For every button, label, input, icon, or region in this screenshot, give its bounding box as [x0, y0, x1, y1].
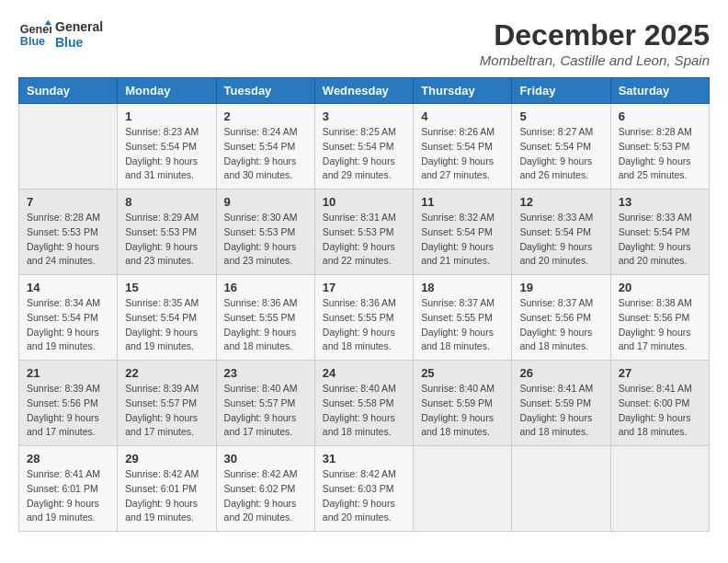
calendar-cell: 14Sunrise: 8:34 AMSunset: 5:54 PMDayligh… — [19, 275, 118, 361]
day-number: 16 — [224, 281, 307, 294]
title-block: December 2025 Mombeltran, Castille and L… — [480, 18, 710, 68]
calendar-cell: 8Sunrise: 8:29 AMSunset: 5:53 PMDaylight… — [118, 190, 216, 275]
day-number: 18 — [421, 281, 504, 294]
day-info: Sunrise: 8:23 AMSunset: 5:54 PMDaylight:… — [125, 125, 208, 183]
logo-icon: General Blue — [18, 18, 51, 52]
calendar-week-2: 7Sunrise: 8:28 AMSunset: 5:53 PMDaylight… — [19, 190, 710, 275]
calendar-cell: 3Sunrise: 8:25 AMSunset: 5:54 PMDaylight… — [314, 104, 413, 190]
day-number: 3 — [323, 109, 405, 123]
calendar-cell: 18Sunrise: 8:37 AMSunset: 5:55 PMDayligh… — [414, 275, 512, 361]
day-number: 27 — [619, 366, 701, 380]
day-info: Sunrise: 8:30 AMSunset: 5:53 PMDaylight:… — [224, 211, 307, 269]
day-number: 20 — [619, 281, 701, 294]
day-number: 17 — [323, 281, 405, 294]
calendar-week-1: 1Sunrise: 8:23 AMSunset: 5:54 PMDaylight… — [19, 104, 710, 190]
calendar-cell: 25Sunrise: 8:40 AMSunset: 5:59 PMDayligh… — [414, 361, 512, 446]
weekday-header-sunday: Sunday — [19, 78, 118, 104]
day-info: Sunrise: 8:42 AMSunset: 6:02 PMDaylight:… — [224, 467, 307, 525]
day-info: Sunrise: 8:32 AMSunset: 5:54 PMDaylight:… — [421, 211, 504, 269]
calendar-cell: 26Sunrise: 8:41 AMSunset: 5:59 PMDayligh… — [512, 361, 610, 446]
day-info: Sunrise: 8:31 AMSunset: 5:53 PMDaylight:… — [323, 211, 405, 269]
weekday-header-tuesday: Tuesday — [216, 78, 314, 104]
day-info: Sunrise: 8:41 AMSunset: 6:01 PMDaylight:… — [27, 467, 109, 525]
day-info: Sunrise: 8:42 AMSunset: 6:03 PMDaylight:… — [323, 467, 405, 525]
calendar-cell: 16Sunrise: 8:36 AMSunset: 5:55 PMDayligh… — [216, 275, 314, 361]
day-info: Sunrise: 8:40 AMSunset: 5:57 PMDaylight:… — [224, 382, 307, 440]
day-number: 24 — [323, 366, 405, 380]
calendar-cell: 5Sunrise: 8:27 AMSunset: 5:54 PMDaylight… — [512, 104, 610, 190]
day-info: Sunrise: 8:26 AMSunset: 5:54 PMDaylight:… — [421, 125, 504, 183]
day-info: Sunrise: 8:29 AMSunset: 5:53 PMDaylight:… — [125, 211, 208, 269]
day-info: Sunrise: 8:36 AMSunset: 5:55 PMDaylight:… — [323, 296, 405, 354]
day-number: 4 — [421, 109, 504, 123]
calendar-cell — [414, 446, 512, 532]
day-info: Sunrise: 8:36 AMSunset: 5:55 PMDaylight:… — [224, 296, 307, 354]
calendar-cell — [19, 104, 118, 190]
calendar-cell: 19Sunrise: 8:37 AMSunset: 5:56 PMDayligh… — [512, 275, 610, 361]
day-info: Sunrise: 8:25 AMSunset: 5:54 PMDaylight:… — [323, 125, 405, 183]
day-info: Sunrise: 8:34 AMSunset: 5:54 PMDaylight:… — [27, 296, 109, 354]
day-info: Sunrise: 8:28 AMSunset: 5:53 PMDaylight:… — [619, 125, 701, 183]
day-info: Sunrise: 8:27 AMSunset: 5:54 PMDaylight:… — [519, 125, 602, 183]
day-number: 19 — [519, 281, 602, 294]
page-header: General Blue General Blue December 2025 … — [18, 18, 710, 68]
day-info: Sunrise: 8:37 AMSunset: 5:55 PMDaylight:… — [421, 296, 504, 354]
day-info: Sunrise: 8:33 AMSunset: 5:54 PMDaylight:… — [619, 211, 701, 269]
location-subtitle: Mombeltran, Castille and Leon, Spain — [480, 52, 710, 68]
day-info: Sunrise: 8:41 AMSunset: 6:00 PMDaylight:… — [619, 382, 701, 440]
calendar-cell: 12Sunrise: 8:33 AMSunset: 5:54 PMDayligh… — [512, 190, 610, 275]
calendar-cell: 15Sunrise: 8:35 AMSunset: 5:54 PMDayligh… — [118, 275, 216, 361]
weekday-header-thursday: Thursday — [414, 78, 512, 104]
calendar-cell: 9Sunrise: 8:30 AMSunset: 5:53 PMDaylight… — [216, 190, 314, 275]
day-info: Sunrise: 8:38 AMSunset: 5:56 PMDaylight:… — [619, 296, 701, 354]
calendar-week-3: 14Sunrise: 8:34 AMSunset: 5:54 PMDayligh… — [19, 275, 710, 361]
day-number: 9 — [224, 195, 307, 209]
calendar-cell: 4Sunrise: 8:26 AMSunset: 5:54 PMDaylight… — [414, 104, 512, 190]
calendar-cell: 21Sunrise: 8:39 AMSunset: 5:56 PMDayligh… — [19, 361, 118, 446]
calendar-week-4: 21Sunrise: 8:39 AMSunset: 5:56 PMDayligh… — [19, 361, 710, 446]
calendar-cell: 31Sunrise: 8:42 AMSunset: 6:03 PMDayligh… — [314, 446, 413, 532]
day-info: Sunrise: 8:39 AMSunset: 5:57 PMDaylight:… — [125, 382, 208, 440]
calendar-cell: 23Sunrise: 8:40 AMSunset: 5:57 PMDayligh… — [216, 361, 314, 446]
calendar-cell: 7Sunrise: 8:28 AMSunset: 5:53 PMDaylight… — [19, 190, 118, 275]
day-number: 21 — [27, 366, 109, 380]
weekday-header-saturday: Saturday — [610, 78, 709, 104]
day-number: 2 — [224, 109, 307, 123]
calendar-cell: 2Sunrise: 8:24 AMSunset: 5:54 PMDaylight… — [216, 104, 314, 190]
day-number: 26 — [519, 366, 602, 380]
svg-text:Blue: Blue — [20, 35, 45, 48]
day-info: Sunrise: 8:40 AMSunset: 5:59 PMDaylight:… — [421, 382, 504, 440]
weekday-header-row: SundayMondayTuesdayWednesdayThursdayFrid… — [19, 78, 710, 104]
day-number: 23 — [224, 366, 307, 380]
day-info: Sunrise: 8:42 AMSunset: 6:01 PMDaylight:… — [125, 467, 208, 525]
day-info: Sunrise: 8:28 AMSunset: 5:53 PMDaylight:… — [27, 211, 109, 269]
calendar-cell: 28Sunrise: 8:41 AMSunset: 6:01 PMDayligh… — [19, 446, 118, 532]
day-number: 1 — [125, 109, 208, 123]
day-info: Sunrise: 8:24 AMSunset: 5:54 PMDaylight:… — [224, 125, 307, 183]
logo: General Blue General Blue — [18, 18, 103, 52]
day-number: 28 — [27, 452, 109, 465]
calendar-cell: 27Sunrise: 8:41 AMSunset: 6:00 PMDayligh… — [610, 361, 709, 446]
calendar-cell: 6Sunrise: 8:28 AMSunset: 5:53 PMDaylight… — [610, 104, 709, 190]
logo-text-general: General — [55, 19, 103, 35]
calendar-cell: 1Sunrise: 8:23 AMSunset: 5:54 PMDaylight… — [118, 104, 216, 190]
day-number: 29 — [125, 452, 208, 465]
day-number: 22 — [125, 366, 208, 380]
weekday-header-wednesday: Wednesday — [314, 78, 413, 104]
calendar-cell: 11Sunrise: 8:32 AMSunset: 5:54 PMDayligh… — [414, 190, 512, 275]
day-number: 8 — [125, 195, 208, 209]
calendar-cell: 13Sunrise: 8:33 AMSunset: 5:54 PMDayligh… — [610, 190, 709, 275]
day-info: Sunrise: 8:39 AMSunset: 5:56 PMDaylight:… — [27, 382, 109, 440]
day-info: Sunrise: 8:41 AMSunset: 5:59 PMDaylight:… — [519, 382, 602, 440]
day-info: Sunrise: 8:40 AMSunset: 5:58 PMDaylight:… — [323, 382, 405, 440]
calendar-cell: 30Sunrise: 8:42 AMSunset: 6:02 PMDayligh… — [216, 446, 314, 532]
day-number: 25 — [421, 366, 504, 380]
calendar-table: SundayMondayTuesdayWednesdayThursdayFrid… — [18, 77, 710, 532]
calendar-cell: 29Sunrise: 8:42 AMSunset: 6:01 PMDayligh… — [118, 446, 216, 532]
day-info: Sunrise: 8:33 AMSunset: 5:54 PMDaylight:… — [519, 211, 602, 269]
calendar-cell — [512, 446, 610, 532]
day-number: 13 — [619, 195, 701, 209]
day-number: 15 — [125, 281, 208, 294]
day-number: 10 — [323, 195, 405, 209]
day-info: Sunrise: 8:37 AMSunset: 5:56 PMDaylight:… — [519, 296, 602, 354]
